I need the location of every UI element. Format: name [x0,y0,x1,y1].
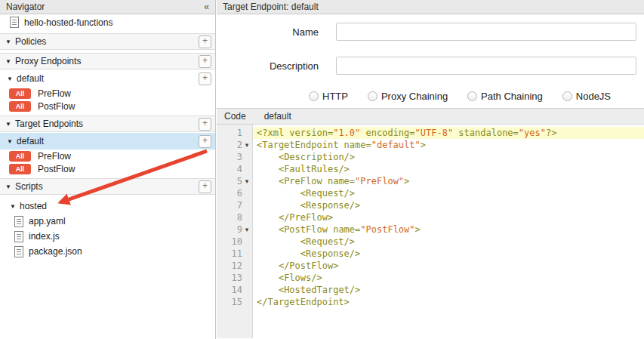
radio-circle-icon[interactable] [562,91,572,101]
add-button[interactable]: + [199,180,211,193]
code-line-1[interactable]: <?xml version="1.0" encoding="UTF-8" sta… [253,127,644,139]
disclosure-triangle-icon: ▼ [10,203,20,210]
nav-label: default [17,73,44,84]
radio-nodejs[interactable]: NodeJS [562,91,611,102]
target-endpoint-preflow[interactable]: AllPreFlow [0,149,215,162]
section-policies[interactable]: ▼Policies+ [0,33,215,50]
radio-http[interactable]: HTTP [309,91,348,102]
radio-circle-icon[interactable] [467,91,477,101]
gutter-line: 13 [217,272,252,284]
disclosure-triangle-icon: ▼ [5,183,15,190]
scripts-folder-hosted[interactable]: ▼hosted [0,199,215,214]
description-input[interactable] [336,57,636,75]
disclosure-triangle-icon: ▼ [5,58,15,65]
section-target-endpoints[interactable]: ▼Target Endpoints+ [0,116,215,132]
file-app-yaml[interactable]: app.yaml [0,214,215,229]
line-number: 9 [237,224,242,235]
flow-condition-badge: All [9,101,31,112]
code-line-7[interactable]: <Response/> [253,199,644,211]
add-button[interactable]: + [199,35,211,48]
code-lines[interactable]: <?xml version="1.0" encoding="UTF-8" sta… [253,125,644,338]
code-line-11[interactable]: <Response/> [253,248,644,260]
radio-circle-icon[interactable] [309,91,319,101]
fold-marker-icon[interactable]: ▾ [242,223,251,236]
nav-label: package.json [29,246,82,257]
gutter-line: 3 [217,151,252,163]
radio-circle-icon[interactable] [368,91,377,101]
code-line-2[interactable]: <TargetEndpoint name="default"> [253,139,644,151]
fold-marker-icon[interactable]: ▾ [242,175,251,187]
code-line-5[interactable]: <PreFlow name="PreFlow"> [253,175,644,187]
navigator-rows: hello-hosted-functions▼Policies+▼Proxy E… [0,14,215,259]
description-row: Description [217,57,644,75]
line-number: 15 [232,297,242,307]
code-line-3[interactable]: <Description/> [253,151,644,163]
flow-condition-badge: All [9,88,31,99]
nav-label: PreFlow [38,88,71,99]
code-line-4[interactable]: <FaultRules/> [253,163,644,175]
detail-header-title: Target Endpoint: default [223,2,319,12]
line-number: 1 [237,128,242,138]
radio-label: Path Chaining [481,91,543,102]
nav-label: PostFlow [38,101,75,112]
gutter-line: 14 [217,284,252,296]
name-input[interactable] [336,23,636,41]
proxy-endpoint-postflow[interactable]: AllPostFlow [0,100,215,112]
gutter-line: 6 [217,187,252,199]
code-line-13[interactable]: <Flows/> [253,272,644,284]
code-line-14[interactable]: <HostedTarget/> [253,284,644,296]
code-line-10[interactable]: <Request/> [253,236,644,248]
line-number: 11 [232,248,242,259]
radio-label: NodeJS [576,91,611,102]
gutter-line: 7 [217,199,252,211]
radio-proxy-chaining[interactable]: Proxy Chaining [368,91,448,102]
disclosure-triangle-icon: ▼ [7,76,17,82]
proxy-endpoint-default[interactable]: ▼default+ [0,70,215,87]
flow-condition-badge: All [9,164,31,174]
proxy-endpoint-preflow[interactable]: AllPreFlow [0,87,215,100]
disclosure-triangle-icon: ▼ [7,138,17,145]
target-endpoint-postflow[interactable]: AllPostFlow [0,162,215,175]
gutter-line: 11 [217,248,252,260]
add-button[interactable]: + [199,72,211,85]
code-file-label: default [264,111,291,122]
name-label: Name [217,26,319,38]
navigator-panel: Navigator « hello-hosted-functions▼Polic… [0,0,216,339]
gutter-line: 5▾ [217,175,252,187]
code-line-15[interactable]: </TargetEndpoint> [253,296,644,308]
gutter-line: 9▾ [217,223,252,236]
fold-marker-icon[interactable]: ▾ [242,139,251,151]
gutter-line: 1 [217,127,252,139]
section-proxy-endpoints[interactable]: ▼Proxy Endpoints+ [0,53,215,69]
disclosure-triangle-icon: ▼ [5,39,15,45]
line-number: 2 [237,140,242,150]
radio-label: Proxy Chaining [381,91,448,102]
target-endpoint-default[interactable]: ▼default+ [0,133,215,149]
line-number: 8 [237,212,242,223]
add-button[interactable]: + [199,135,211,148]
add-button[interactable]: + [199,118,211,131]
endpoint-form: Name Description HTTPProxy ChainingPath … [217,14,644,108]
line-number: 12 [232,260,242,271]
code-line-9[interactable]: <PostFlow name="PostFlow"> [253,223,644,236]
navigator-title: Navigator [6,2,45,12]
collapse-panel-button[interactable]: « [204,2,209,12]
section-scripts[interactable]: ▼Scripts+ [0,178,215,195]
file-package-json[interactable]: package.json [0,244,215,259]
line-number: 14 [232,285,242,295]
nav-item-hello-hosted-functions[interactable]: hello-hosted-functions [0,14,215,30]
line-number: 6 [237,188,242,199]
gutter-line: 4 [217,163,252,175]
navigator-header: Navigator « [0,0,215,14]
code-line-6[interactable]: <Request/> [253,187,644,199]
file-icon [10,17,19,28]
nav-label: index.js [29,231,60,242]
file-icon [14,246,23,257]
file-index-js[interactable]: index.js [0,229,215,244]
gutter-line: 10 [217,236,252,248]
radio-path-chaining[interactable]: Path Chaining [467,91,543,102]
gutter-line: 15 [217,296,252,308]
add-button[interactable]: + [199,55,211,68]
code-line-12[interactable]: </PostFlow> [253,260,644,272]
code-line-8[interactable]: </PreFlow> [253,211,644,223]
